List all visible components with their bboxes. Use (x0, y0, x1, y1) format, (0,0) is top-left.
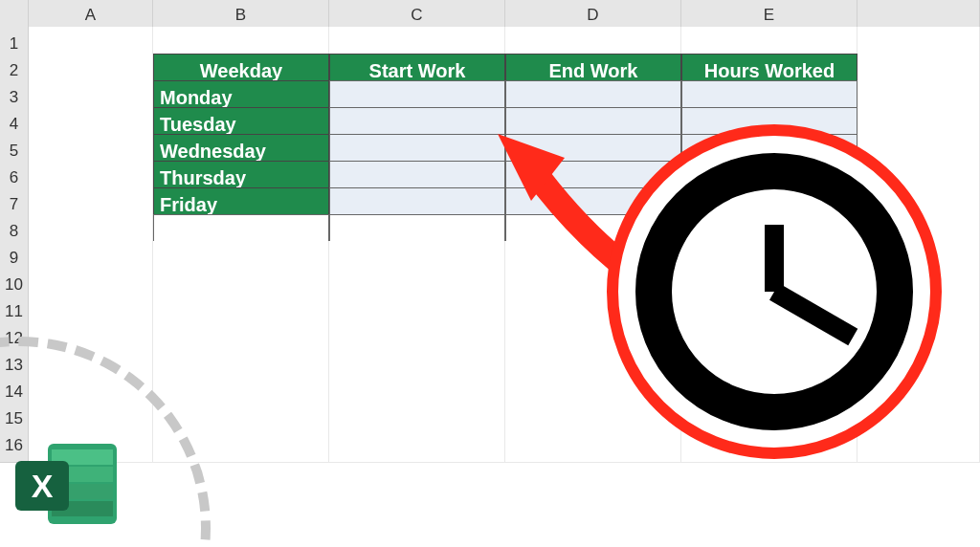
clock-icon (607, 124, 942, 459)
svg-text:X: X (32, 468, 54, 504)
excel-icon: X (11, 438, 126, 534)
